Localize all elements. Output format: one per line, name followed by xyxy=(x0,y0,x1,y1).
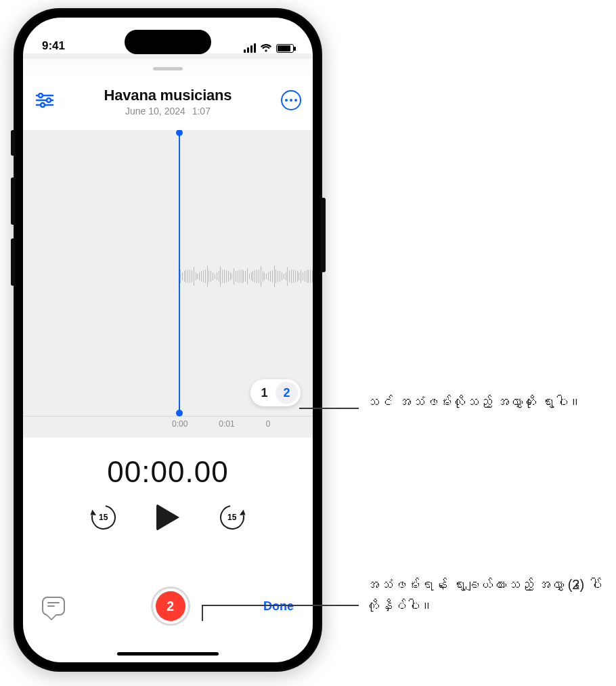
phone-volume-down-button xyxy=(11,238,15,286)
recording-header: Havana musicians June 10, 2024 1:07 xyxy=(23,79,313,122)
waveform-track xyxy=(23,265,313,287)
waveform-area[interactable]: 1 2 0:00 0:01 0 xyxy=(23,130,313,437)
playhead[interactable] xyxy=(179,130,180,416)
record-button[interactable]: 2 xyxy=(151,586,190,626)
svg-point-3 xyxy=(39,93,43,98)
bottom-toolbar: 2 Done xyxy=(23,586,313,626)
record-layer-badge: 2 xyxy=(156,591,185,621)
skip-back-15-button[interactable]: 15 xyxy=(90,504,117,531)
callout-record-layer: အသံဖမ်းရန် ရွေးချယ်ထားသည့် အလွှာ (2) ပေါ… xyxy=(366,574,609,616)
ruler-tick: 0 xyxy=(266,416,313,437)
skip-back-icon: 15 xyxy=(87,500,120,534)
phone-screen: 9:41 xyxy=(23,18,313,662)
sliders-icon xyxy=(35,93,54,108)
skip-forward-15-button[interactable]: 15 xyxy=(219,504,246,531)
transcript-button[interactable] xyxy=(42,597,65,616)
time-ruler: 0:00 0:01 0 xyxy=(23,416,313,437)
recording-title[interactable]: Havana musicians xyxy=(34,87,302,104)
ruler-tick: 0:01 xyxy=(219,416,265,437)
status-time: 9:41 xyxy=(42,39,65,53)
phone-power-button xyxy=(321,198,326,272)
phone-frame: 9:41 xyxy=(14,8,322,672)
skip-forward-icon: 15 xyxy=(215,500,249,534)
callout-leader-line xyxy=(203,605,359,606)
recording-subtitle: June 10, 2024 1:07 xyxy=(34,106,302,116)
dynamic-island xyxy=(125,30,211,54)
cellular-signal-icon xyxy=(244,43,256,53)
recording-duration: 1:07 xyxy=(192,106,211,116)
ruler-tick: 0:00 xyxy=(172,416,219,437)
layer-option-1[interactable]: 1 xyxy=(253,382,276,404)
layer-option-2[interactable]: 2 xyxy=(276,382,298,404)
home-indicator[interactable] xyxy=(117,652,219,656)
phone-side-button xyxy=(11,130,15,156)
sheet-grabber-area[interactable] xyxy=(23,58,313,79)
svg-point-5 xyxy=(41,103,45,107)
svg-point-4 xyxy=(47,98,51,102)
status-indicators xyxy=(244,43,294,53)
playback-controls: 15 15 xyxy=(23,504,313,531)
more-options-button[interactable] xyxy=(279,88,303,112)
layer-selector: 1 2 xyxy=(250,379,301,406)
sheet-grabber xyxy=(153,67,183,70)
phone-volume-up-button xyxy=(11,177,15,225)
elapsed-time: 00:00.00 xyxy=(23,455,313,489)
callout-leader-line xyxy=(202,605,203,621)
callout-layer-select: သင် အသံဖမ်းလိုသည့် အလွှာကို ရွေးပါ။ xyxy=(366,391,582,412)
transcript-icon xyxy=(47,602,60,610)
battery-icon xyxy=(276,44,294,53)
recording-date: June 10, 2024 xyxy=(125,106,185,116)
more-icon xyxy=(281,90,301,110)
playback-settings-button[interactable] xyxy=(32,88,57,112)
callout-leader-line xyxy=(299,408,359,409)
play-button[interactable] xyxy=(156,504,179,531)
done-button[interactable]: Done xyxy=(263,599,294,614)
wifi-icon xyxy=(260,43,272,53)
